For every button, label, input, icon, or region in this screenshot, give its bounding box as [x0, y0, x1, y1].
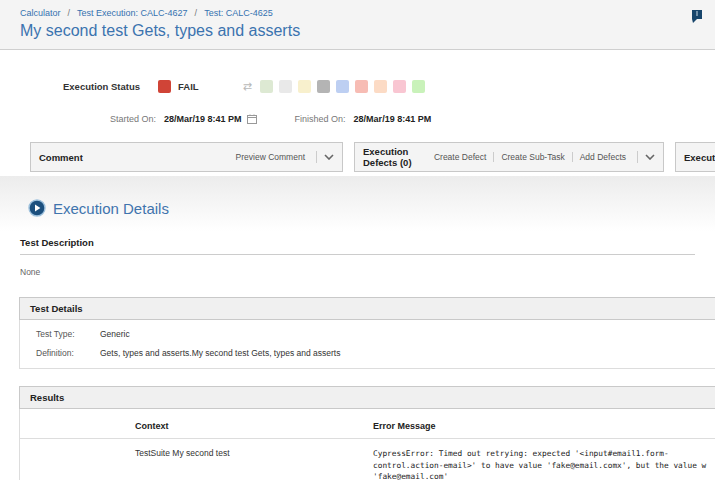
breadcrumb-project-link[interactable]: Calculator: [20, 8, 61, 18]
status-option-swatch[interactable]: [279, 80, 292, 93]
test-type-value: Generic: [100, 329, 130, 339]
status-option-swatch[interactable]: [412, 80, 425, 93]
definition-label: Definition:: [20, 348, 100, 358]
test-description-value: None: [20, 267, 695, 277]
execution-defects-title: Execution Defects (0): [363, 146, 413, 168]
test-type-row: Test Type: Generic: [20, 329, 715, 339]
error-message-column-header: Error Message: [373, 421, 715, 439]
add-defects-button[interactable]: Add Defects: [572, 152, 633, 162]
execution-evidence-title: Executio: [684, 152, 715, 163]
status-value: FAIL: [178, 81, 199, 92]
definition-value: Gets, types and asserts.My second test G…: [100, 348, 340, 358]
execution-details-heading: Execution Details: [28, 199, 715, 217]
started-on-value: 28/Mar/19 8:41 PM: [164, 114, 242, 124]
panels-row: Comment Preview Comment Execution Defect…: [30, 142, 715, 172]
status-option-swatch[interactable]: [355, 80, 368, 93]
xray-test-execution-page: { "header": { "breadcrumb": [ { "label":…: [0, 0, 715, 480]
status-option-swatch[interactable]: [298, 80, 311, 93]
execution-evidence-panel-header: Executio: [675, 142, 715, 172]
finished-on-label: Finished On:: [295, 114, 346, 124]
play-icon: [28, 199, 46, 217]
status-option-swatch[interactable]: [374, 80, 387, 93]
status-option-swatch[interactable]: [260, 80, 273, 93]
test-description-block: Test Description None: [20, 237, 695, 277]
test-type-label: Test Type:: [20, 329, 100, 339]
context-column-header: Context: [20, 421, 373, 439]
result-context: TestSuite My second test: [135, 448, 373, 458]
breadcrumb: Calculator / Test Execution: CALC-4627 /…: [20, 8, 695, 18]
table-row: TestSuite My second test CypressError: T…: [20, 439, 715, 480]
execution-details-heading-text: Execution Details: [53, 200, 169, 217]
page-header: Calculator / Test Execution: CALC-4627 /…: [0, 0, 715, 50]
comment-panel-header: Comment Preview Comment: [30, 142, 343, 172]
status-options: [260, 80, 425, 93]
execution-status-label: Execution Status: [63, 81, 140, 92]
status-option-swatch[interactable]: [317, 80, 330, 93]
pin-icon[interactable]: [690, 9, 703, 24]
create-sub-task-button[interactable]: Create Sub-Task: [493, 152, 571, 162]
definition-row: Definition: Gets, types and asserts.My s…: [20, 348, 715, 358]
test-description-title: Test Description: [20, 237, 695, 255]
panel-separator: [637, 151, 638, 163]
status-transition-icon: ⇄: [243, 80, 252, 93]
comment-panel-title: Comment: [39, 152, 83, 163]
breadcrumb-test-link[interactable]: Test: CALC-4625: [204, 8, 273, 18]
calendar-icon[interactable]: [247, 114, 257, 124]
status-fail-swatch: [158, 80, 171, 93]
breadcrumb-separator: /: [195, 8, 198, 18]
chevron-down-icon[interactable]: [324, 154, 334, 160]
status-option-swatch[interactable]: [336, 80, 349, 93]
results-panel: Results Context Error Message TestSuite …: [19, 386, 715, 480]
started-on-label: Started On:: [110, 114, 156, 124]
status-option-swatch[interactable]: [393, 80, 406, 93]
execution-defects-panel-header: Execution Defects (0) Create Defect Crea…: [354, 142, 664, 172]
preview-comment-button[interactable]: Preview Comment: [229, 152, 312, 162]
execution-details-section: Execution Details Test Description None …: [0, 176, 715, 480]
breadcrumb-separator: /: [68, 8, 71, 18]
panel-separator: [316, 151, 317, 163]
execution-status-row: Execution Status FAIL ⇄: [63, 80, 715, 93]
finished-on-value: 28/Mar/19 8:41 PM: [354, 114, 432, 124]
test-details-panel-title: Test Details: [19, 297, 715, 320]
results-table: Context Error Message TestSuite My secon…: [20, 421, 715, 480]
breadcrumb-test-execution-link[interactable]: Test Execution: CALC-4627: [77, 8, 188, 18]
execution-times-row: Started On: 28/Mar/19 8:41 PM Finished O…: [110, 114, 715, 124]
result-error-message: CypressError: Timed out retrying: expect…: [373, 448, 715, 480]
create-defect-button[interactable]: Create Defect: [427, 152, 493, 162]
chevron-down-icon[interactable]: [645, 154, 655, 160]
results-panel-title: Results: [19, 386, 715, 409]
test-details-panel: Test Details Test Type: Generic Definiti…: [19, 297, 715, 369]
page-title: My second test Gets, types and asserts: [20, 22, 695, 40]
